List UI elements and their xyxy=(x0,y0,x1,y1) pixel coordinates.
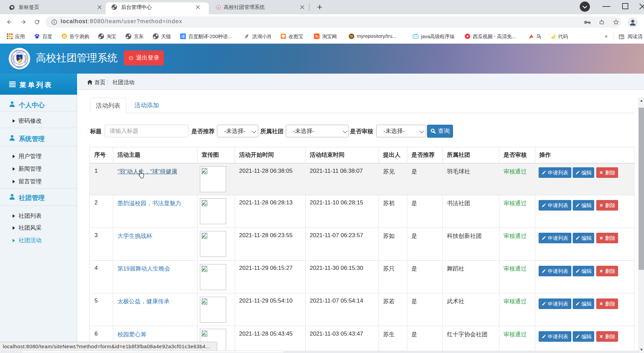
svg-text:译: 译 xyxy=(181,34,185,39)
svg-text:1958: 1958 xyxy=(18,63,21,64)
svg-text:淘: 淘 xyxy=(315,34,319,39)
svg-text:GDPU: GDPU xyxy=(17,66,22,68)
